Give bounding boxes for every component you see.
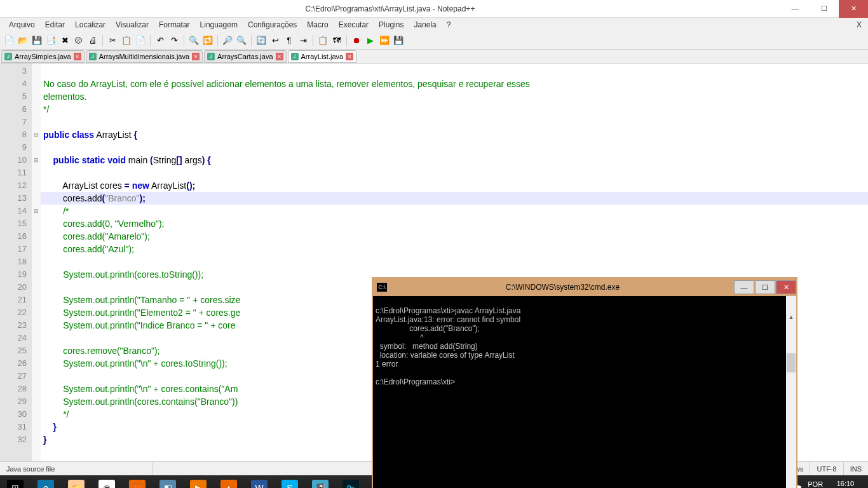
doc-map-icon[interactable]: 🗺 [330, 34, 343, 47]
fold-marker [32, 319, 41, 332]
code-line[interactable]: elementos. [41, 90, 868, 103]
menu-executar[interactable]: Executar [334, 19, 374, 30]
code-line[interactable]: cores.add("Amarelo"); [41, 230, 868, 243]
record-icon[interactable]: ⏺ [350, 34, 363, 47]
code-line[interactable]: public static void main (String[] args) … [41, 154, 868, 166]
cmd-minimize-button[interactable]: — [734, 280, 754, 294]
zoom-out-icon[interactable]: 🔍 [235, 34, 248, 47]
tray-language[interactable]: POR PTB2 [806, 480, 824, 488]
menu-localizar[interactable]: Localizar [70, 19, 111, 30]
code-line[interactable]: public class ArrayList { [41, 128, 868, 141]
sync-icon[interactable]: 🔄 [255, 34, 268, 47]
close-file-icon[interactable]: ✖ [58, 34, 71, 47]
cmd-scrollbar[interactable]: ▲ [786, 296, 796, 488]
tab-close-icon[interactable]: × [74, 53, 81, 60]
code-line[interactable]: ArrayList cores = new ArrayList(); [41, 179, 868, 192]
close-button[interactable]: ✕ [839, 0, 868, 18]
tab-close-icon[interactable]: × [346, 53, 353, 60]
save-all-icon[interactable]: 📑 [44, 34, 57, 47]
menu-x[interactable]: X [857, 20, 862, 29]
line-number: 16 [0, 230, 32, 243]
cut-icon[interactable]: ✂ [106, 34, 119, 47]
window-controls: — ☐ ✕ [780, 0, 868, 18]
taskbar-photoshop[interactable]: Ps [336, 475, 366, 488]
show-all-icon[interactable]: ¶ [283, 34, 295, 47]
cmd-maximize-button[interactable]: ☐ [755, 280, 775, 294]
code-line[interactable] [41, 116, 868, 128]
start-button[interactable]: ⊞ [0, 475, 31, 488]
play-multi-icon[interactable]: ⏩ [378, 34, 391, 47]
menu-plugins[interactable]: Plugins [374, 19, 409, 30]
fold-marker[interactable]: ⊟ [32, 154, 41, 166]
tray-clock[interactable]: 16:10 20/01/2017 [828, 480, 863, 488]
cmd-scroll-thumb[interactable] [787, 353, 796, 372]
menu-configurações[interactable]: Configurações [243, 19, 302, 30]
fold-marker[interactable]: ⊟ [32, 128, 41, 141]
tab-close-icon[interactable]: × [276, 53, 283, 60]
code-line[interactable]: No caso do ArrayList, com ele é possível… [41, 78, 868, 90]
taskbar-firefox[interactable]: 🦊 [122, 475, 153, 488]
close-all-icon[interactable]: ⛒ [72, 34, 85, 47]
zoom-in-icon[interactable]: 🔎 [221, 34, 234, 47]
tab-arraylist-java[interactable]: JArrayList.java× [288, 50, 357, 63]
maximize-button[interactable]: ☐ [810, 0, 839, 18]
save-macro-icon[interactable]: 💾 [392, 34, 405, 47]
code-line[interactable] [41, 65, 868, 78]
taskbar-notes[interactable]: 📓 [305, 475, 336, 488]
menu-visualizar[interactable]: Visualizar [111, 19, 154, 30]
code-line[interactable]: /* [41, 205, 868, 217]
minimize-button[interactable]: — [780, 0, 810, 18]
indent-icon[interactable]: ⇥ [297, 34, 309, 47]
line-number: 13 [0, 192, 32, 205]
taskbar-word[interactable]: W [244, 475, 275, 488]
code-line[interactable] [41, 141, 868, 154]
taskbar-app2[interactable]: ▶ [183, 475, 214, 488]
code-line[interactable]: cores.add("Azul"); [41, 243, 868, 255]
menu-editar[interactable]: Editar [40, 19, 70, 30]
menu-janela[interactable]: Janela [409, 19, 441, 30]
tab-arrayscartas-java[interactable]: JArraysCartas.java× [204, 50, 286, 63]
code-line[interactable] [41, 166, 868, 179]
tab-close-icon[interactable]: × [192, 53, 200, 60]
cmd-controls: — ☐ ✕ [733, 280, 796, 294]
fold-marker [32, 357, 41, 370]
find-icon[interactable]: 🔍 [187, 34, 200, 47]
copy-icon[interactable]: 📋 [120, 34, 133, 47]
paste-icon[interactable]: 📄 [134, 34, 147, 47]
fold-marker [32, 166, 41, 179]
taskbar-chrome[interactable]: ◉ [92, 475, 122, 488]
taskbar-vlc[interactable]: ▲ [214, 475, 244, 488]
func-list-icon[interactable]: 📋 [316, 34, 329, 47]
redo-icon[interactable]: ↷ [168, 34, 180, 47]
tab-arraysmultidimensionais-java[interactable]: JArraysMultidimensionais.java× [86, 50, 203, 63]
cmd-body[interactable]: c:\Edrol\Programas\xti>javac ArrayList.j… [373, 296, 796, 488]
print-icon[interactable]: 🖨 [86, 34, 99, 47]
menu-linguagem[interactable]: Linguagem [195, 19, 243, 30]
fold-marker[interactable]: ⊟ [32, 205, 41, 217]
code-line[interactable]: */ [41, 103, 868, 116]
fold-marker [32, 103, 41, 116]
code-line[interactable]: cores.add("Branco"); [41, 192, 868, 205]
cmd-close-button[interactable]: ✕ [776, 280, 796, 294]
replace-icon[interactable]: 🔁 [201, 34, 214, 47]
open-file-icon[interactable]: 📂 [17, 34, 29, 47]
play-icon[interactable]: ▶ [364, 34, 377, 47]
menu-macro[interactable]: Macro [302, 19, 333, 30]
tab-arraysimples-java[interactable]: JArraySimples.java× [1, 50, 85, 63]
save-icon[interactable]: 💾 [31, 34, 43, 47]
menu-arquivo[interactable]: Arquivo [4, 19, 40, 30]
taskbar-explorer[interactable]: 📁 [61, 475, 92, 488]
taskbar-skype[interactable]: S [275, 475, 305, 488]
fold-marker [32, 230, 41, 243]
code-line[interactable] [41, 255, 868, 268]
wrap-icon[interactable]: ↩ [269, 34, 281, 47]
menu-formatar[interactable]: Formatar [154, 19, 195, 30]
taskbar-ie[interactable]: e [31, 475, 61, 488]
undo-icon[interactable]: ↶ [154, 34, 166, 47]
menu-?[interactable]: ? [442, 19, 456, 30]
new-file-icon[interactable]: 📄 [3, 34, 15, 47]
code-line[interactable]: cores.add(0, "Vermelho"); [41, 217, 868, 230]
line-number: 20 [0, 281, 32, 294]
cmd-title-bar[interactable]: C:\ C:\WINDOWS\system32\cmd.exe — ☐ ✕ [373, 278, 796, 296]
taskbar-app1[interactable]: ◧ [153, 475, 183, 488]
